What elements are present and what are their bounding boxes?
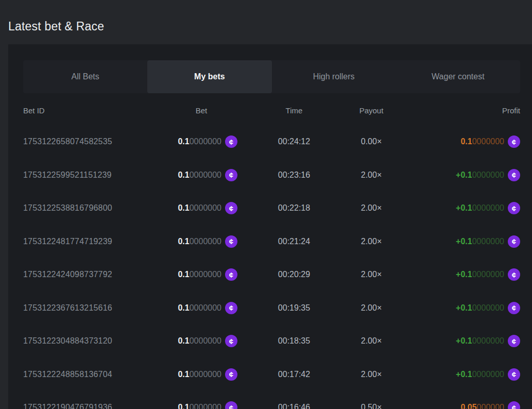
bet-id-cell: 1753122658074582535 <box>23 137 165 146</box>
table-row: 1753122481774719239 0.10000000 ¢ 00:21:2… <box>23 225 520 259</box>
bets-tab-bar: All Bets My bets High rollers Wager cont… <box>23 60 520 93</box>
profit-amount: +0.10000000 <box>456 203 504 213</box>
table-row: 1753122304884373120 0.10000000 ¢ 00:18:3… <box>23 325 520 358</box>
profit-amount: 0.05000000 <box>460 403 504 409</box>
table-row: 1753122367613215616 0.10000000 ¢ 00:19:3… <box>23 292 520 325</box>
page-title: Latest bet & Race <box>8 20 104 33</box>
bet-id-cell: 1753122190476791936 <box>23 403 165 409</box>
bet-time-cell: 00:22:18 <box>237 203 351 213</box>
coin-icon: ¢ <box>508 368 520 381</box>
bet-amount: 0.10000000 <box>178 237 221 246</box>
table-body: 1753122658074582535 0.10000000 ¢ 00:24:1… <box>8 123 532 409</box>
tab-wager-contest[interactable]: Wager contest <box>396 60 520 93</box>
coin-icon: ¢ <box>225 401 237 409</box>
profit-amount: +0.10000000 <box>456 336 504 346</box>
bet-id-cell: 1753122304884373120 <box>23 336 165 346</box>
column-header-bet: Bet <box>165 106 237 115</box>
payout-cell: 2.00× <box>351 336 392 346</box>
bet-amount: 0.10000000 <box>178 137 221 146</box>
profit-cell: +0.10000000 ¢ <box>392 335 520 347</box>
tab-high-rollers[interactable]: High rollers <box>272 60 396 93</box>
coin-icon: ¢ <box>225 169 237 181</box>
tab-label: Wager contest <box>432 72 485 81</box>
tab-label: High rollers <box>313 72 355 81</box>
bet-amount: 0.10000000 <box>178 203 221 213</box>
coin-icon: ¢ <box>508 401 520 409</box>
coin-icon: ¢ <box>225 335 237 347</box>
table-row: 1753122190476791936 0.10000000 ¢ 00:16:4… <box>23 391 520 409</box>
coin-icon: ¢ <box>508 169 520 181</box>
bet-time-cell: 00:20:29 <box>237 270 351 279</box>
bet-id-cell: 1753122538816796800 <box>23 203 165 213</box>
bet-amount-cell: 0.10000000 ¢ <box>165 235 237 248</box>
profit-cell: +0.10000000 ¢ <box>392 169 520 181</box>
bet-time-cell: 00:23:16 <box>237 171 351 180</box>
coin-icon: ¢ <box>508 302 520 314</box>
table-row: 1753122599521151239 0.10000000 ¢ 00:23:1… <box>23 159 520 192</box>
bet-time-cell: 00:21:24 <box>237 237 351 246</box>
payout-cell: 0.50× <box>351 403 392 409</box>
profit-cell: +0.10000000 ¢ <box>392 368 520 381</box>
coin-icon: ¢ <box>225 368 237 381</box>
coin-icon: ¢ <box>508 135 520 148</box>
tab-label: My bets <box>194 72 225 81</box>
bet-time-cell: 00:16:46 <box>237 403 351 409</box>
bet-amount-cell: 0.10000000 ¢ <box>165 335 237 347</box>
column-header-bet-id: Bet ID <box>23 106 165 115</box>
bet-id-cell: 1753122424098737792 <box>23 270 165 279</box>
table-row: 1753122248858136704 0.10000000 ¢ 00:17:4… <box>23 358 520 391</box>
coin-icon: ¢ <box>225 202 237 214</box>
coin-icon: ¢ <box>508 235 520 248</box>
coin-icon: ¢ <box>508 268 520 281</box>
tab-all-bets[interactable]: All Bets <box>23 60 147 93</box>
bet-amount: 0.10000000 <box>178 303 221 313</box>
bet-time-cell: 00:19:35 <box>237 303 351 313</box>
payout-cell: 2.00× <box>351 370 392 379</box>
profit-cell: +0.10000000 ¢ <box>392 202 520 214</box>
bet-time-cell: 00:17:42 <box>237 370 351 379</box>
bet-amount-cell: 0.10000000 ¢ <box>165 368 237 381</box>
coin-icon: ¢ <box>225 135 237 148</box>
bet-amount-cell: 0.10000000 ¢ <box>165 302 237 314</box>
coin-icon: ¢ <box>225 235 237 248</box>
tab-my-bets[interactable]: My bets <box>147 60 271 93</box>
bet-amount: 0.10000000 <box>178 171 221 180</box>
bet-amount: 0.10000000 <box>178 270 221 279</box>
profit-amount: 0.10000000 <box>460 137 504 146</box>
profit-cell: 0.10000000 ¢ <box>392 135 520 148</box>
payout-cell: 2.00× <box>351 203 392 213</box>
tab-label: All Bets <box>72 72 99 81</box>
bet-amount: 0.10000000 <box>178 370 221 379</box>
table-header-row: Bet IDBetTimePayoutProfit <box>23 97 520 123</box>
column-header-profit: Profit <box>392 106 520 115</box>
profit-amount: +0.10000000 <box>456 303 504 313</box>
payout-cell: 2.00× <box>351 171 392 180</box>
bet-amount-cell: 0.10000000 ¢ <box>165 268 237 281</box>
profit-cell: +0.10000000 ¢ <box>392 268 520 281</box>
profit-amount: +0.10000000 <box>456 237 504 246</box>
bet-id-cell: 1753122367613215616 <box>23 303 165 313</box>
profit-cell: +0.10000000 ¢ <box>392 235 520 248</box>
column-header-payout: Payout <box>351 106 392 115</box>
profit-amount: +0.10000000 <box>456 370 504 379</box>
bet-amount: 0.10000000 <box>178 336 221 346</box>
bet-id-cell: 1753122481774719239 <box>23 237 165 246</box>
profit-amount: +0.10000000 <box>456 270 504 279</box>
table-row: 1753122424098737792 0.10000000 ¢ 00:20:2… <box>23 258 520 292</box>
latest-bets-panel: All Bets My bets High rollers Wager cont… <box>8 44 532 409</box>
bet-id-cell: 1753122248858136704 <box>23 370 165 379</box>
profit-cell: 0.05000000 ¢ <box>392 401 520 409</box>
bet-id-cell: 1753122599521151239 <box>23 171 165 180</box>
table-row: 1753122538816796800 0.10000000 ¢ 00:22:1… <box>23 192 520 225</box>
profit-cell: +0.10000000 ¢ <box>392 302 520 314</box>
column-header-time: Time <box>237 106 351 115</box>
payout-cell: 2.00× <box>351 270 392 279</box>
coin-icon: ¢ <box>225 268 237 281</box>
payout-cell: 2.00× <box>351 237 392 246</box>
bet-time-cell: 00:18:35 <box>237 336 351 346</box>
bet-amount-cell: 0.10000000 ¢ <box>165 169 237 181</box>
coin-icon: ¢ <box>225 302 237 314</box>
profit-amount: +0.10000000 <box>456 171 504 180</box>
table-row: 1753122658074582535 0.10000000 ¢ 00:24:1… <box>23 125 520 159</box>
payout-cell: 2.00× <box>351 303 392 313</box>
